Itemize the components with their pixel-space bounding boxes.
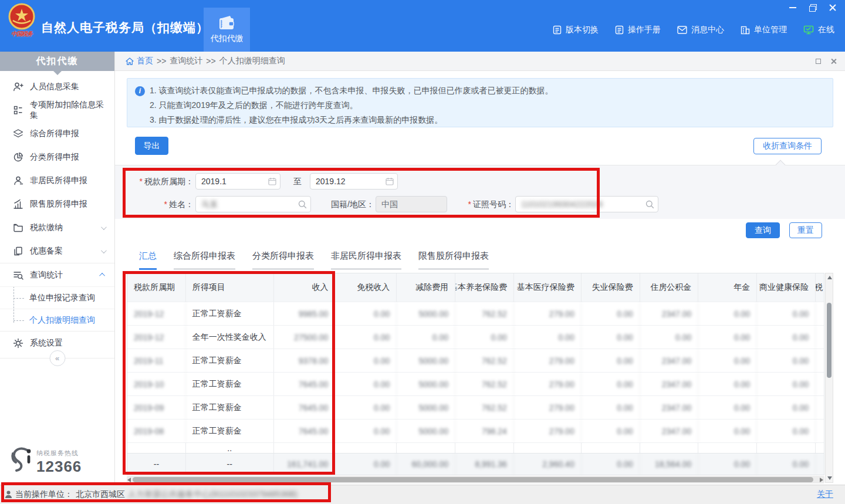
column-header[interactable]: 收入 — [274, 273, 336, 302]
table-cell: 0.00 — [757, 326, 816, 349]
table-row[interactable]: 2019-12全年一次性奖金收入27500.000.000.000.000.00… — [127, 325, 824, 349]
sidebar-item-tax-payment[interactable]: 税款缴纳 — [0, 216, 114, 239]
column-header[interactable]: 年金 — [698, 273, 757, 302]
sidebar-item-label: 税款缴纳 — [30, 222, 63, 233]
tab-withholding-module[interactable]: 代扣代缴 — [204, 8, 250, 52]
online-status[interactable]: 在线 — [803, 25, 834, 35]
minimize-icon[interactable] — [789, 4, 797, 12]
table-cell: 0.00 — [582, 326, 640, 349]
column-header[interactable]: 基本医疗保险费 — [514, 273, 582, 302]
info-icon: i — [135, 86, 145, 96]
nav-unit-management[interactable]: 单位管理 — [741, 25, 787, 35]
table-row[interactable]: 2019-10正常工资薪金7645.000.005000.00762.52279… — [127, 372, 824, 395]
table-total-row[interactable]: ----161,741.000.0060,000.008,991.362,960… — [127, 453, 824, 475]
tab-nonresident-income[interactable]: 非居民所得申报表 — [331, 251, 401, 270]
inner-close-icon[interactable] — [830, 58, 837, 65]
query-button[interactable]: 查询 — [746, 222, 780, 238]
sidebar-item-restricted-shares[interactable]: 限售股所得申报 — [0, 192, 114, 216]
id-number-input[interactable]: 110102199304222029 — [515, 196, 658, 212]
table-cell: 0.00 — [397, 326, 455, 349]
period-to-input[interactable]: 2019.12 — [310, 173, 398, 190]
horizontal-scrollbar[interactable] — [127, 476, 824, 483]
result-tabs: 汇总 综合所得申报表 分类所得申报表 非居民所得申报表 限售股所得申报表 — [139, 251, 489, 270]
period-from-input[interactable]: 2019.1 — [195, 173, 280, 190]
table-row[interactable]: 2019-12正常工资薪金9985.000.005000.00762.52279… — [127, 302, 824, 325]
table-cell: .. — [186, 443, 274, 453]
column-header[interactable]: 税款所属期 — [127, 273, 186, 302]
window-controls — [789, 3, 837, 12]
envelope-icon — [677, 26, 687, 34]
scroll-up-arrow-icon[interactable] — [827, 276, 832, 279]
table-cell: 正常工资薪金 — [186, 349, 274, 372]
scroll-right-arrow-icon[interactable] — [820, 478, 823, 482]
column-header[interactable]: 税 — [816, 273, 824, 302]
table-cell: 5000.00 — [397, 302, 455, 325]
nav-operation-manual[interactable]: 操作手册 — [615, 25, 661, 35]
id-number-value: 110102199304222029 — [521, 199, 603, 209]
sidebar-item-personnel-info[interactable]: 人员信息采集 — [0, 75, 114, 99]
vertical-scroll-thumb[interactable] — [827, 303, 832, 378]
table-cell: 2019-12 — [127, 326, 186, 349]
table-cell — [582, 443, 640, 453]
table-cell: 0.00 — [335, 373, 397, 395]
about-link[interactable]: 关于 — [817, 489, 833, 500]
column-header[interactable]: 住房公积金 — [640, 273, 699, 302]
restore-icon[interactable] — [809, 4, 817, 12]
tab-restricted-shares[interactable]: 限售股所得申报表 — [418, 251, 489, 270]
sidebar-item-personal-withholding-query[interactable]: 个人扣缴明细查询 — [0, 309, 114, 331]
wallet-icon — [218, 15, 236, 31]
panel-caret — [776, 160, 786, 170]
collapse-query-button[interactable]: 收折查询条件 — [753, 138, 822, 154]
table-cell: 279.00 — [514, 302, 582, 325]
sidebar-item-preferential-filing[interactable]: 优惠备案 — [0, 239, 114, 263]
tab-comprehensive-income[interactable]: 综合所得申报表 — [174, 251, 235, 270]
table-cell: 2347.00 — [640, 373, 699, 395]
table-row[interactable]: 2019-09正常工资薪金7645.000.005000.00762.52279… — [127, 395, 824, 419]
table-cell: 2019-12 — [127, 302, 186, 325]
sidebar-item-label: 限售股所得申报 — [30, 199, 87, 209]
table-cell: 7645.00 — [274, 396, 336, 419]
sidebar-header: 代扣代缴 — [0, 52, 114, 71]
nationality-input: 中国 — [376, 196, 447, 212]
export-button[interactable]: 导出 — [135, 137, 168, 155]
column-header[interactable]: 基本养老保险费 — [455, 273, 514, 302]
table-cell: 0.00 — [335, 302, 397, 325]
tab-classified-income[interactable]: 分类所得申报表 — [252, 251, 314, 270]
table-row[interactable]: 2019-08正常工资薪金7645.000.005000.00798.24279… — [127, 419, 824, 442]
sidebar-item-comprehensive-income[interactable]: 综合所得申报 — [0, 122, 114, 146]
sidebar-item-nonresident-income[interactable]: 非居民所得申报 — [0, 169, 114, 192]
online-monitor-icon — [803, 25, 814, 35]
breadcrumb-home[interactable]: 首页 — [126, 56, 153, 66]
nav-message-center[interactable]: 消息中心 — [677, 25, 724, 35]
table-row[interactable]: 2019-11正常工资薪金9378.000.005000.00762.52279… — [127, 349, 824, 372]
sidebar-item-query-statistics[interactable]: 查询统计 — [0, 263, 114, 286]
column-header[interactable]: 减除费用 — [397, 273, 455, 302]
inner-maximize-icon[interactable] — [816, 59, 821, 64]
table-cell: 正常工资薪金 — [186, 420, 274, 442]
manual-icon — [615, 25, 624, 35]
name-input[interactable]: 马某 — [195, 196, 311, 212]
vertical-scrollbar[interactable] — [825, 273, 833, 483]
column-header[interactable]: 所得项目 — [186, 273, 274, 302]
table-cell: 0.00 — [698, 373, 757, 395]
nav-version-switch[interactable]: 版本切换 — [553, 25, 599, 35]
column-header[interactable]: 商业健康保险 — [757, 273, 816, 302]
sidebar: 代扣代缴 人员信息采集 专项附加扣除信息采集 综合所得申报 分类所得申报 非居民… — [0, 52, 115, 485]
sidebar-item-special-deduction[interactable]: 专项附加扣除信息采集 — [0, 99, 114, 122]
sidebar-item-unit-declaration-query[interactable]: 单位申报记录查询 — [0, 286, 114, 309]
scroll-left-arrow-icon[interactable] — [127, 478, 131, 482]
tab-summary[interactable]: 汇总 — [139, 251, 157, 270]
top-navigation: 版本切换 操作手册 消息中心 单位管理 在线 — [553, 25, 834, 35]
breadcrumb-separator: >> — [206, 56, 215, 66]
sidebar-item-classified-income[interactable]: 分类所得申报 — [0, 146, 114, 169]
close-icon[interactable] — [829, 4, 837, 12]
breadcrumb-item[interactable]: 查询统计 — [170, 56, 202, 66]
column-header[interactable]: 免税收入 — [335, 273, 397, 302]
reset-button[interactable]: 重置 — [789, 222, 822, 238]
module-tab-label: 代扣代缴 — [211, 33, 244, 44]
column-header[interactable]: 失业保险费 — [582, 273, 640, 302]
sidebar-collapse-button[interactable]: « — [49, 350, 65, 366]
horizontal-scroll-thumb[interactable] — [133, 477, 813, 482]
page-content: i 1. 该查询统计表仅能查询已申报成功的数据，不包含未申报、申报失败，已申报但… — [115, 71, 845, 485]
scroll-down-arrow-icon[interactable] — [827, 476, 832, 480]
